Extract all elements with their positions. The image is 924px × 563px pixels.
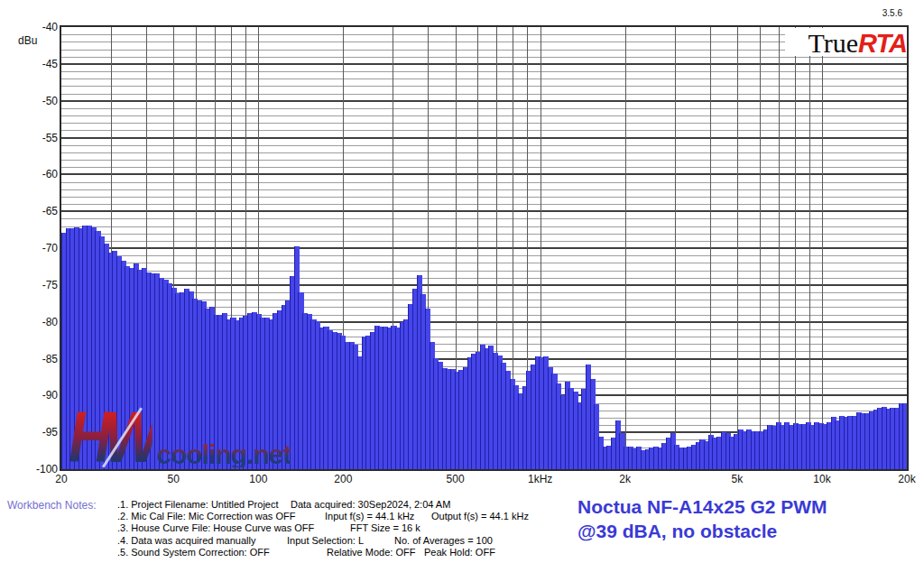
x-tick-label: 10k bbox=[813, 473, 830, 485]
gridline-h-minor bbox=[61, 271, 907, 272]
x-tick-label: 100 bbox=[249, 473, 267, 485]
spectrum-plot: HW cooling.net bbox=[61, 27, 907, 469]
gridline-h-minor bbox=[61, 108, 907, 109]
workbench-note-segment: Data acquired: 30Sep2024, 2:04 AM bbox=[291, 499, 450, 510]
x-tick-label: 200 bbox=[334, 473, 352, 485]
gridline-v bbox=[625, 27, 626, 469]
caption-line-2: @39 dBA, no obstacle bbox=[578, 519, 827, 543]
gridline-h-major bbox=[61, 63, 907, 65]
workbench-note-segment: Input f(s) = 44.1 kHz bbox=[325, 511, 414, 521]
gridline-v bbox=[760, 27, 761, 469]
gridline-h-major bbox=[61, 100, 907, 102]
y-tick-label: -70 bbox=[22, 242, 58, 254]
gridline-h-minor bbox=[61, 160, 907, 161]
workbench-note-segment: FFT Size = 16 k bbox=[350, 522, 420, 533]
gridline-h-minor bbox=[61, 145, 907, 146]
workbench-note-segment: .3. House Curve File: House Curve was OF… bbox=[117, 522, 314, 533]
gridline-v bbox=[822, 27, 823, 469]
gridline-h-minor bbox=[61, 278, 907, 279]
hwcooling-watermark: HW cooling.net bbox=[69, 408, 291, 467]
y-tick-label: -65 bbox=[22, 205, 58, 217]
gridline-h-minor bbox=[61, 94, 907, 95]
y-tick-label: -95 bbox=[22, 426, 58, 438]
x-tick-label: 5k bbox=[732, 473, 744, 485]
hwcooling-hw-logo: HW bbox=[69, 408, 152, 467]
gridline-h-minor bbox=[61, 189, 907, 190]
workbench-note-segment: .4. Data was acquired manually bbox=[117, 535, 255, 546]
gridline-h-minor bbox=[61, 197, 907, 198]
gridline-h-minor bbox=[61, 226, 907, 227]
truerta-spectrum-screen: dBu 3.5.6 HW cooling.net -40-45-50-55-60… bbox=[0, 0, 924, 563]
truerta-logo-rta-text: RTA bbox=[858, 29, 907, 59]
truerta-logo-true-text: True bbox=[808, 28, 858, 59]
x-tick-label: 2k bbox=[619, 473, 631, 485]
y-tick-label: -80 bbox=[22, 316, 58, 328]
gridline-h-minor bbox=[61, 241, 907, 242]
gridline-h-minor bbox=[61, 152, 907, 153]
gridline-h-major bbox=[61, 137, 907, 139]
measurement-caption: Noctua NF-A14x25 G2 PWM @39 dBA, no obst… bbox=[578, 494, 827, 543]
gridline-v bbox=[710, 27, 711, 469]
y-tick-label: -40 bbox=[22, 21, 58, 33]
workbench-note-segment: .1. Project Filename: Untitled Project bbox=[117, 499, 279, 510]
gridline-h-minor bbox=[61, 115, 907, 116]
gridline-v bbox=[779, 27, 780, 469]
gridline-h-major bbox=[61, 284, 907, 286]
x-tick-label: 1kHz bbox=[528, 473, 552, 485]
y-tick-label: -100 bbox=[22, 463, 58, 475]
gridline-h-minor bbox=[61, 86, 907, 87]
gridline-v bbox=[809, 27, 810, 469]
gridline-h-minor bbox=[61, 130, 907, 131]
app-version-label: 3.5.6 bbox=[882, 8, 902, 18]
truerta-logo: True RTA bbox=[785, 28, 907, 56]
gridline-h-minor bbox=[61, 167, 907, 168]
gridline-h-minor bbox=[61, 255, 907, 256]
x-tick-label: 20 bbox=[55, 473, 67, 485]
y-tick-label: -60 bbox=[22, 168, 58, 180]
workbench-note-segment: Peak Hold: OFF bbox=[424, 547, 495, 558]
workbench-note-segment: Output f(s) = 44.1 kHz bbox=[431, 511, 529, 521]
gridline-v bbox=[737, 27, 738, 469]
hwcooling-domain-text: cooling.net bbox=[156, 442, 291, 467]
gridline-h-minor bbox=[61, 234, 907, 235]
y-axis-unit-label: dBu bbox=[18, 34, 37, 47]
gridline-h-minor bbox=[61, 78, 907, 79]
gridline-h-minor bbox=[61, 34, 907, 35]
gridline-h-minor bbox=[61, 204, 907, 205]
gridline-h-minor bbox=[61, 57, 907, 58]
workbench-note-segment: Relative Mode: OFF bbox=[327, 547, 415, 558]
gridline-h-minor bbox=[61, 182, 907, 183]
gridline-h-minor bbox=[61, 218, 907, 219]
gridline-h-minor bbox=[61, 42, 907, 42]
gridline-v bbox=[675, 27, 676, 469]
gridline-h-minor bbox=[61, 123, 907, 124]
y-tick-label: -75 bbox=[22, 279, 58, 291]
spectrum-bar bbox=[902, 403, 907, 469]
caption-line-1: Noctua NF-A14x25 G2 PWM bbox=[578, 494, 827, 519]
gridline-h-minor bbox=[61, 50, 907, 51]
workbench-note-segment: No. of Averages = 100 bbox=[394, 535, 493, 546]
gridline-h-minor bbox=[61, 71, 907, 72]
workbench-note-segment: .5. Sound System Correction: OFF bbox=[117, 547, 270, 558]
x-tick-label: 20k bbox=[898, 473, 915, 485]
y-tick-label: -45 bbox=[22, 58, 58, 70]
x-tick-label: 500 bbox=[447, 473, 465, 485]
gridline-h-minor bbox=[61, 263, 907, 263]
workbench-note-segment: Input Selection: L bbox=[287, 535, 364, 546]
workbench-notes-heading: Workbench Notes: bbox=[7, 499, 97, 512]
gridline-h-major bbox=[61, 247, 907, 249]
gridline-h-major bbox=[61, 173, 907, 175]
gridline-v bbox=[795, 27, 796, 469]
y-tick-label: -55 bbox=[22, 132, 58, 144]
x-tick-label: 50 bbox=[168, 473, 180, 485]
y-tick-label: -85 bbox=[22, 353, 58, 365]
workbench-note-segment: .2. Mic Cal File: Mic Correction was OFF bbox=[117, 511, 295, 521]
gridline-h-major bbox=[61, 210, 907, 212]
y-tick-label: -90 bbox=[22, 389, 58, 401]
y-tick-label: -50 bbox=[22, 95, 58, 107]
